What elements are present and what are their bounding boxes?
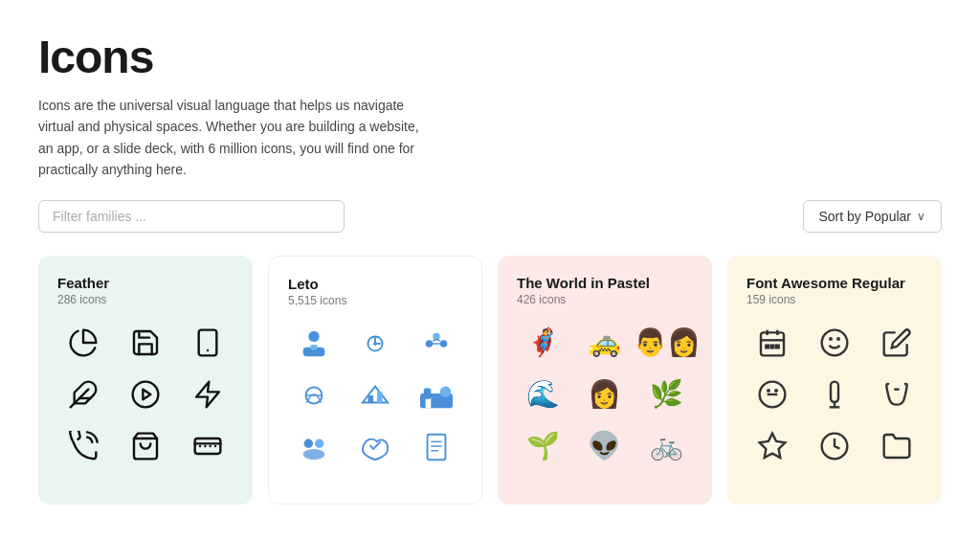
page-title: Icons <box>38 31 942 83</box>
svg-rect-30 <box>377 392 383 402</box>
svg-point-14 <box>308 330 319 341</box>
card-count-leto: 5,515 icons <box>288 294 462 307</box>
pastel-icons-grid: 🦸 🚕 👨‍👩 🌊 👩 🌿 🌱 👽 🚲 <box>517 322 693 467</box>
svg-rect-56 <box>831 381 838 401</box>
svg-marker-5 <box>143 389 150 399</box>
svg-rect-29 <box>368 395 373 403</box>
svg-point-35 <box>304 438 313 447</box>
list-item <box>187 373 229 415</box>
card-title-leto: Leto <box>288 276 462 292</box>
feather-icons-grid <box>57 322 234 467</box>
svg-rect-8 <box>194 438 220 454</box>
list-item: 🚕 <box>584 322 626 364</box>
card-fontawesome[interactable]: Font Awesome Regular 159 icons <box>727 256 942 505</box>
cards-row: Feather 286 icons <box>38 256 942 505</box>
list-item <box>124 322 167 364</box>
svg-point-21 <box>426 340 434 348</box>
list-item: 🌊 <box>522 373 564 415</box>
list-item <box>354 426 396 468</box>
svg-rect-42 <box>761 332 784 355</box>
svg-line-25 <box>433 339 436 341</box>
svg-rect-0 <box>198 329 216 355</box>
list-item: 👩 <box>584 373 626 415</box>
list-item <box>813 373 856 415</box>
list-item <box>124 373 167 415</box>
list-item: 🌿 <box>646 373 688 415</box>
sort-button[interactable]: Sort by Popular ∨ <box>803 200 943 233</box>
svg-rect-16 <box>310 345 318 350</box>
svg-point-22 <box>440 340 448 348</box>
svg-rect-48 <box>776 345 779 348</box>
list-item <box>62 373 104 415</box>
chevron-down-icon: ∨ <box>917 210 925 223</box>
list-item <box>415 374 457 416</box>
svg-rect-38 <box>428 434 446 459</box>
svg-point-36 <box>315 438 323 447</box>
svg-point-23 <box>433 332 440 340</box>
leto-icons-grid <box>288 323 462 468</box>
card-count-fontawesome: 159 icons <box>746 293 923 306</box>
sort-label: Sort by Popular <box>819 209 912 224</box>
list-item <box>293 426 335 468</box>
list-item <box>751 322 793 364</box>
list-item <box>876 373 918 415</box>
svg-point-4 <box>133 381 159 407</box>
fa-icons-grid <box>746 322 923 467</box>
search-sort-row: Sort by Popular ∨ <box>38 200 942 233</box>
list-item <box>415 323 457 365</box>
list-item <box>62 425 104 467</box>
card-count-feather: 286 icons <box>57 293 234 306</box>
list-item <box>124 425 167 467</box>
card-title-feather: Feather <box>57 275 234 291</box>
list-item <box>813 322 856 364</box>
list-item <box>876 425 918 467</box>
card-count-pastel: 426 icons <box>517 293 693 306</box>
filter-input[interactable] <box>38 200 345 233</box>
svg-point-49 <box>822 329 848 355</box>
svg-marker-6 <box>196 381 219 407</box>
list-item: 🌱 <box>522 425 564 467</box>
list-item <box>813 425 856 467</box>
card-pastel[interactable]: The World in Pastel 426 icons 🦸 🚕 👨‍👩 🌊 … <box>498 256 712 505</box>
card-title-fontawesome: Font Awesome Regular <box>746 275 923 291</box>
list-item <box>354 323 396 365</box>
svg-line-26 <box>436 339 440 341</box>
svg-marker-60 <box>760 433 786 457</box>
page-description: Icons are the universal visual language … <box>38 95 421 181</box>
list-item <box>293 374 335 416</box>
list-item: 👨‍👩 <box>646 322 688 364</box>
list-item <box>62 322 104 364</box>
card-title-pastel: The World in Pastel <box>517 275 693 291</box>
list-item <box>415 426 457 468</box>
list-item <box>293 323 335 365</box>
card-feather[interactable]: Feather 286 icons <box>38 256 253 505</box>
list-item <box>876 322 918 364</box>
card-leto[interactable]: Leto 5,515 icons <box>268 256 482 505</box>
list-item <box>187 322 229 364</box>
list-item: 🦸 <box>522 322 564 364</box>
svg-point-33 <box>440 386 451 396</box>
list-item <box>187 425 229 467</box>
list-item <box>354 374 396 416</box>
svg-rect-46 <box>767 345 769 348</box>
list-item <box>751 425 793 467</box>
svg-point-37 <box>303 448 325 459</box>
list-item <box>751 373 793 415</box>
svg-rect-47 <box>771 345 774 348</box>
list-item: 👽 <box>584 425 626 467</box>
list-item: 🚲 <box>646 425 688 467</box>
svg-point-20 <box>373 342 377 346</box>
svg-rect-34 <box>424 388 432 398</box>
